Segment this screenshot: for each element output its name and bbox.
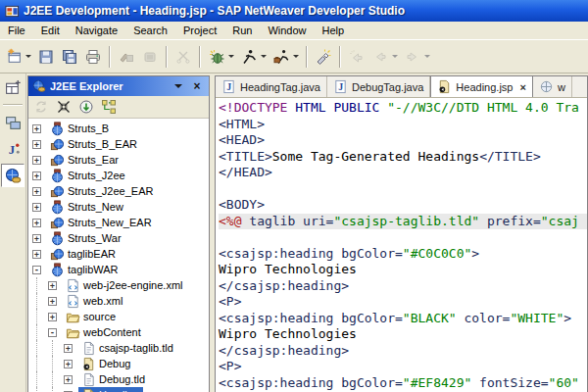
code-line[interactable]: Wipro Technologies: [219, 262, 587, 278]
code-line[interactable]: <HTML>: [219, 117, 587, 133]
tree-item-webcontent[interactable]: -webContent: [28, 324, 209, 340]
tree-item-struts-j2ee-ear[interactable]: +Struts_J2ee_EAR: [28, 183, 209, 199]
tree-item-taglibear[interactable]: +taglibEAR: [28, 246, 209, 262]
new-wizard-button[interactable]: [2, 45, 25, 69]
code-area[interactable]: <!DOCTYPE HTML PUBLIC "-//W3C//DTD HTML …: [216, 98, 587, 392]
collapse-all-button[interactable]: [54, 97, 74, 117]
expander-expand[interactable]: +: [31, 187, 47, 196]
expander-expand[interactable]: +: [31, 219, 47, 227]
menu-help[interactable]: Help: [315, 24, 353, 37]
expander-expand[interactable]: +: [31, 156, 47, 165]
link-with-editor-button[interactable]: [99, 97, 119, 117]
expander-expand[interactable]: +: [63, 360, 78, 368]
expander-expand[interactable]: +: [63, 375, 78, 384]
code-line[interactable]: <P>: [219, 359, 587, 375]
tree-item-struts-b-ear[interactable]: +Struts_B_EAR: [28, 136, 209, 152]
code-line[interactable]: <csajsp:heading bgColor="#C0C0C0">: [219, 246, 587, 263]
tree-item-heading[interactable]: +Heading: [28, 387, 209, 392]
tree-item-debug[interactable]: +Debug: [28, 356, 209, 371]
code-line[interactable]: <csajsp:heading bgColor="#EF8429" fontSi…: [219, 375, 587, 392]
refresh-button[interactable]: [31, 97, 51, 117]
expander-expand[interactable]: +: [31, 234, 47, 243]
tree-item-struts-new-ear[interactable]: +Struts_New_EAR: [28, 215, 209, 230]
tree-item-source[interactable]: +source: [28, 309, 209, 324]
menu-file[interactable]: File: [0, 24, 33, 37]
external-tools-dropdown[interactable]: [293, 55, 299, 58]
tree-item-struts-ear[interactable]: +Struts_Ear: [28, 152, 209, 168]
debug-button[interactable]: [205, 45, 228, 69]
menu-search[interactable]: Search: [125, 24, 175, 37]
menu-window[interactable]: Window: [260, 24, 314, 37]
menu-navigate[interactable]: Navigate: [68, 24, 125, 37]
go-into-button[interactable]: [76, 97, 96, 117]
code-line[interactable]: [219, 181, 587, 198]
save-button[interactable]: [34, 45, 58, 69]
expander-collapse[interactable]: -: [31, 266, 47, 274]
code-line[interactable]: <!DOCTYPE HTML PUBLIC "-//W3C//DTD HTML …: [219, 100, 587, 117]
tree-item-debug-tld[interactable]: +Debug.tld: [28, 371, 209, 387]
view-close-button[interactable]: ×: [189, 78, 205, 94]
expander-expand[interactable]: +: [31, 124, 47, 133]
code-line[interactable]: </csajsp:heading>: [219, 343, 587, 360]
save-all-button[interactable]: [58, 45, 81, 69]
menu-run[interactable]: Run: [224, 24, 260, 37]
tree-item-label: taglibEAR: [68, 248, 118, 260]
last-edit-location-button[interactable]: [345, 45, 368, 69]
tree-item-web-xml[interactable]: +web.xml: [28, 293, 209, 309]
print-button[interactable]: [81, 45, 105, 69]
code-line[interactable]: <HEAD>: [219, 132, 587, 149]
run-dropdown[interactable]: [261, 55, 267, 58]
tree-item-csajsp-taglib-tld[interactable]: +csajsp-taglib.tld: [28, 340, 209, 356]
search-button[interactable]: [312, 45, 335, 69]
menu-project[interactable]: Project: [175, 24, 224, 37]
expander-expand[interactable]: +: [47, 281, 63, 290]
expander-expand[interactable]: +: [31, 250, 47, 259]
forward-dropdown[interactable]: [424, 55, 430, 58]
tree-item-struts-b[interactable]: +Struts_B: [28, 121, 209, 136]
code-line[interactable]: </HEAD>: [219, 165, 587, 181]
tree-item-label: Struts_J2ee_EAR: [68, 185, 155, 197]
editor-tab-bar: JHeadingTag.javaJDebugTag.javaHeading.js…: [216, 76, 587, 98]
tree-item-taglibwar[interactable]: -taglibWAR: [28, 262, 209, 277]
tab-heading-jsp[interactable]: Heading.jsp×: [430, 76, 533, 97]
code-line[interactable]: [219, 229, 587, 246]
run-button[interactable]: [237, 45, 261, 69]
code-line[interactable]: Wipro Technologies: [219, 326, 587, 343]
open-perspective-button[interactable]: [1, 75, 24, 99]
view-menu-button[interactable]: [172, 79, 185, 93]
code-line[interactable]: <csajsp:heading bgColor="BLACK" color="W…: [219, 311, 587, 327]
tree-item-struts-new[interactable]: +Struts_New: [28, 199, 209, 215]
java-perspective-button[interactable]: J: [1, 137, 24, 161]
menu-edit[interactable]: Edit: [33, 24, 68, 37]
rebuild-project-button[interactable]: [138, 45, 162, 69]
tab-debugtag-java[interactable]: JDebugTag.java: [327, 76, 430, 97]
resource-perspective-button[interactable]: [1, 111, 24, 134]
tab-w[interactable]: w: [533, 76, 572, 97]
back-dropdown[interactable]: [392, 55, 398, 58]
tree-item-struts-war[interactable]: +Struts_War: [28, 230, 209, 246]
debug-dropdown[interactable]: [228, 55, 234, 58]
exclude-from-build-button[interactable]: [172, 45, 195, 69]
expander-expand[interactable]: +: [31, 203, 47, 212]
tree-item-struts-j2ee[interactable]: +Struts_J2ee: [28, 168, 209, 183]
new-wizard-dropdown[interactable]: [25, 55, 31, 58]
external-tools-button[interactable]: [270, 45, 293, 69]
expander-expand[interactable]: +: [31, 172, 47, 180]
tab-headingtag-java[interactable]: JHeadingTag.java: [216, 76, 327, 97]
tree-item-web-j2ee-engine-xml[interactable]: +web-j2ee-engine.xml: [28, 277, 209, 293]
code-line[interactable]: <P>: [219, 294, 587, 311]
code-line[interactable]: <%@ taglib uri="csajsp-taglib.tld" prefi…: [219, 214, 587, 230]
forward-button[interactable]: [401, 45, 424, 69]
expander-expand[interactable]: +: [63, 344, 78, 353]
back-button[interactable]: [368, 45, 392, 69]
expander-expand[interactable]: +: [47, 297, 63, 306]
code-line[interactable]: </csajsp:heading>: [219, 278, 587, 295]
expander-expand[interactable]: +: [47, 313, 63, 321]
code-line[interactable]: <TITLE>Some Tag-Generated Headings</TITL…: [219, 149, 587, 166]
tab-close-button[interactable]: ×: [519, 81, 525, 93]
expander-expand[interactable]: +: [31, 140, 47, 149]
build-project-button[interactable]: [115, 45, 138, 69]
code-line[interactable]: <BODY>: [219, 197, 587, 214]
j2ee-development-perspective-button[interactable]: [1, 164, 24, 187]
expander-collapse[interactable]: -: [47, 328, 63, 337]
